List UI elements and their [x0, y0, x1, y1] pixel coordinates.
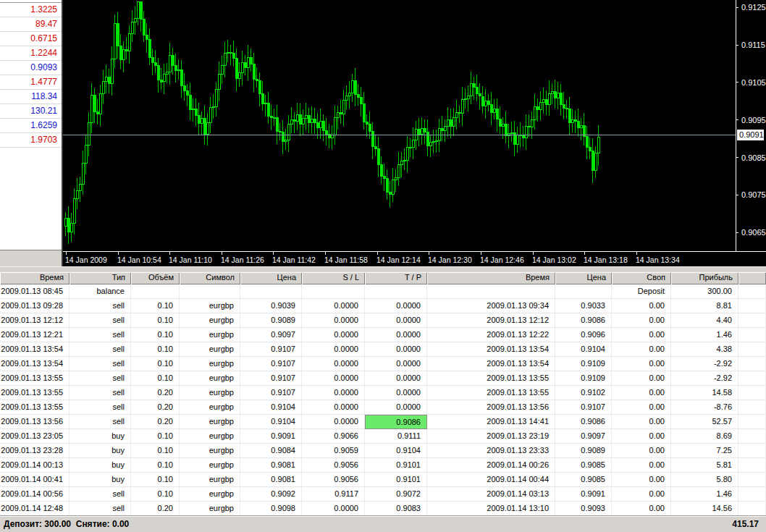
table-cell: sell [70, 400, 131, 415]
table-cell: 0.00 [612, 444, 671, 458]
table-cell: 0.00 [612, 487, 671, 502]
table-cell: 0.00 [612, 415, 671, 429]
header-cell[interactable]: Время [0, 272, 70, 284]
orders-table-header: ВремяТипОбъёмСимволЦенаS / LT / PВремяЦе… [0, 272, 766, 284]
table-cell: sell [70, 502, 131, 516]
table-cell: 0.20 [131, 415, 180, 429]
market-watch-row[interactable]: 130.21 [0, 104, 62, 119]
table-row[interactable]: 2009.01.13 12:12sell0.10eurgbp0.90890.00… [0, 313, 766, 328]
svg-text:0.9105: 0.9105 [741, 78, 766, 87]
market-watch-row[interactable]: 0.6715 [0, 32, 62, 46]
table-cell: eurgbp [180, 357, 240, 371]
table-cell: 0.9039 [240, 299, 302, 313]
table-cell: 2009.01.13 13:56 [0, 415, 70, 429]
table-cell: 0.0000 [365, 357, 427, 371]
table-cell: 0.10 [131, 357, 180, 371]
table-row[interactable]: 2009.01.14 00:13buy0.10eurgbp0.90810.905… [0, 458, 766, 473]
table-cell [738, 386, 766, 400]
table-cell: 0.10 [131, 487, 180, 502]
header-cell[interactable]: Цена [240, 272, 302, 284]
header-cell[interactable]: T / P [365, 272, 427, 284]
table-cell: 0.00 [612, 386, 671, 400]
header-cell[interactable]: Цена [555, 272, 612, 284]
header-cell[interactable]: Прибыль [671, 272, 738, 284]
table-cell [738, 502, 766, 516]
svg-text:14 Jan 11:42: 14 Jan 11:42 [272, 256, 316, 264]
market-watch-row[interactable]: 118.34 [0, 90, 62, 104]
table-cell: 0.10 [131, 342, 180, 357]
table-cell: 2009.01.13 23:33 [427, 444, 555, 458]
candlestick-chart[interactable]: 0.91250.91150.91050.90950.90850.90750.90… [63, 0, 766, 266]
table-cell: 0.9093 [555, 502, 612, 516]
table-row[interactable]: 2009.01.13 13:55sell0.20eurgbp0.91040.00… [0, 400, 766, 415]
table-cell: 0.9107 [240, 357, 302, 371]
table-cell: 0.9066 [302, 429, 365, 444]
table-row[interactable]: 2009.01.13 13:55sell0.20eurgbp0.91070.00… [0, 386, 766, 400]
table-cell: 0.10 [131, 328, 180, 342]
header-cell[interactable]: Объём [131, 272, 180, 284]
orders-table: 2009.01.13 08:45balanceDeposit300.002009… [0, 284, 766, 516]
chart-panel[interactable]: 0.91250.91150.91050.90950.90850.90750.90… [63, 0, 766, 266]
table-cell [738, 429, 766, 444]
svg-text:0.9095: 0.9095 [741, 116, 766, 124]
table-cell [738, 415, 766, 429]
table-cell: eurgbp [180, 400, 240, 415]
table-cell: 0.0000 [365, 342, 427, 357]
svg-text:14 Jan 12:30: 14 Jan 12:30 [428, 256, 472, 264]
market-watch-row[interactable]: 89.47 [0, 17, 62, 32]
table-row[interactable]: 2009.01.13 13:56sell0.20eurgbp0.91040.00… [0, 415, 766, 429]
market-watch-row[interactable]: 1.6259 [0, 119, 62, 133]
header-cell[interactable]: S / L [302, 272, 365, 284]
svg-text:14 Jan 12:46: 14 Jan 12:46 [480, 256, 524, 264]
svg-text:14 Jan 10:54: 14 Jan 10:54 [117, 256, 161, 264]
header-cell[interactable] [738, 272, 766, 284]
market-watch-row[interactable]: 1.3225 [0, 3, 62, 17]
table-row[interactable]: 2009.01.13 12:21sell0.10eurgbp0.90970.00… [0, 328, 766, 342]
table-row[interactable]: 2009.01.13 08:45balanceDeposit300.00 [0, 284, 766, 299]
table-cell: 0.0000 [365, 371, 427, 386]
table-cell: eurgbp [180, 444, 240, 458]
table-row[interactable]: 2009.01.13 13:54sell0.10eurgbp0.91070.00… [0, 357, 766, 371]
table-row[interactable]: 2009.01.13 23:28buy0.10eurgbp0.90840.905… [0, 444, 766, 458]
table-cell: 0.9091 [555, 487, 612, 502]
table-cell [555, 284, 612, 299]
table-cell [365, 284, 427, 299]
header-cell[interactable]: Время [427, 272, 555, 284]
table-row[interactable]: 2009.01.14 00:56sell0.10eurgbp0.90920.91… [0, 487, 766, 502]
table-cell: eurgbp [180, 328, 240, 342]
market-watch-row[interactable]: 1.9703 [0, 133, 62, 148]
table-cell: 0.9092 [240, 487, 302, 502]
table-cell: 0.0000 [302, 357, 365, 371]
table-row[interactable]: 2009.01.13 13:55sell0.10eurgbp0.91070.00… [0, 371, 766, 386]
market-watch-row[interactable]: 1.4777 [0, 75, 62, 90]
table-cell: 1.46 [671, 328, 738, 342]
table-cell: eurgbp [180, 429, 240, 444]
table-row[interactable]: 2009.01.14 12:48sell0.20eurgbp0.90980.00… [0, 502, 766, 516]
market-watch-row[interactable]: 0.9093 [0, 61, 62, 75]
market-watch-row[interactable]: 1.2244 [0, 46, 62, 61]
table-cell: 0.0000 [365, 313, 427, 328]
table-cell: -2.92 [671, 371, 738, 386]
table-cell: 2009.01.14 12:48 [0, 502, 70, 516]
table-row[interactable]: 2009.01.13 13:54sell0.10eurgbp0.91070.00… [0, 342, 766, 357]
svg-text:0.9125: 0.9125 [741, 3, 766, 12]
table-cell: 0.9056 [302, 458, 365, 473]
header-cell[interactable]: Тип [70, 272, 131, 284]
table-cell [738, 444, 766, 458]
table-cell: 2009.01.13 13:55 [427, 386, 555, 400]
table-cell: 0.10 [131, 473, 180, 487]
header-cell[interactable]: Своп [612, 272, 671, 284]
table-cell: 52.57 [671, 415, 738, 429]
table-row[interactable]: 2009.01.13 09:28sell0.10eurgbp0.90390.00… [0, 299, 766, 313]
table-cell: eurgbp [180, 415, 240, 429]
table-cell: 2009.01.14 03:13 [427, 487, 555, 502]
top-region: 1.322589.470.67151.22440.90931.4777118.3… [0, 0, 766, 272]
panel-splitter[interactable] [0, 266, 766, 272]
svg-text:14 Jan 11:58: 14 Jan 11:58 [324, 256, 368, 264]
table-cell [131, 284, 180, 299]
table-row[interactable]: 2009.01.14 00:41buy0.10eurgbp0.90810.905… [0, 473, 766, 487]
header-cell[interactable]: Символ [180, 272, 240, 284]
market-watch-panel[interactable]: 1.322589.470.67151.22440.90931.4777118.3… [0, 0, 63, 272]
table-cell: 0.9086 [555, 313, 612, 328]
table-row[interactable]: 2009.01.13 23:05buy0.10eurgbp0.90910.906… [0, 429, 766, 444]
